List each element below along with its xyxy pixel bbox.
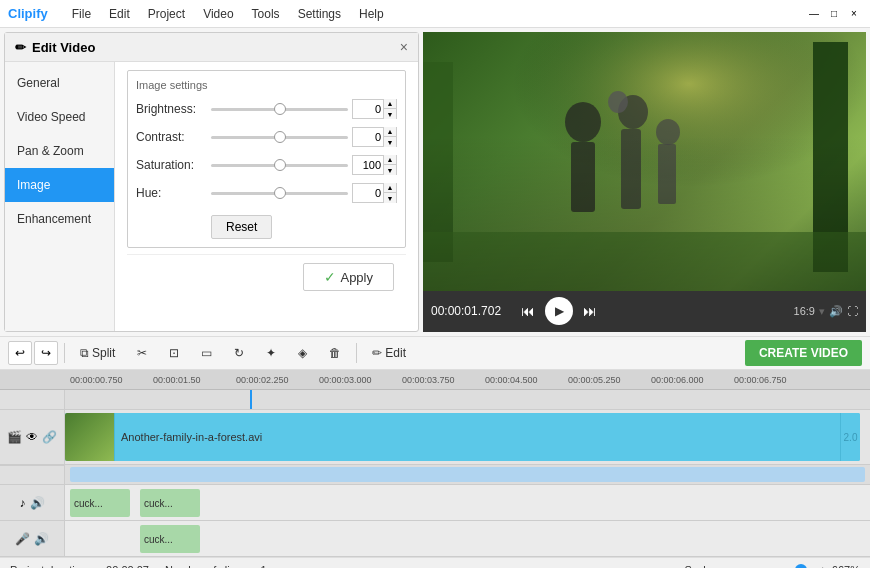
ruler-6: 00:00:05.250 [568, 375, 621, 385]
sidebar: General Video Speed Pan & Zoom Image Enh… [5, 62, 115, 331]
saturation-value: 100 [353, 159, 383, 171]
split-label: Split [92, 346, 115, 360]
clip-thumbnail [65, 413, 115, 461]
menu-settings[interactable]: Settings [290, 5, 349, 23]
rotate-button[interactable]: ↻ [225, 342, 253, 364]
hue-label: Hue: [136, 186, 211, 200]
preview-video [423, 32, 866, 291]
audio-clip-3[interactable]: cuck... [140, 525, 200, 553]
hue-slider-container [211, 192, 348, 195]
hue-up[interactable]: ▲ [384, 183, 396, 193]
saturation-slider[interactable] [211, 164, 348, 167]
timeline-ruler: 00:00:00.750 00:00:01.50 00:00:02.250 00… [0, 370, 870, 390]
saturation-row: Saturation: 100 ▲ ▼ [136, 155, 397, 175]
fullscreen-icon[interactable]: ⛶ [847, 305, 858, 317]
minimize-button[interactable]: — [806, 6, 822, 22]
hue-value: 0 [353, 187, 383, 199]
voice-volume-icon[interactable]: 🔊 [34, 532, 49, 546]
prev-frame-button[interactable]: ⏮ [517, 301, 539, 321]
sidebar-item-image[interactable]: Image [5, 168, 114, 202]
contrast-down[interactable]: ▼ [384, 137, 396, 147]
panel-close-button[interactable]: × [400, 39, 408, 55]
music-volume-icon[interactable]: 🔊 [30, 496, 45, 510]
contrast-spinner: ▲ ▼ [383, 127, 396, 147]
play-button[interactable]: ▶ [545, 297, 573, 325]
cut-button[interactable]: ✂ [128, 342, 156, 364]
create-video-button[interactable]: CREATE VIDEO [745, 340, 862, 366]
clip-thumb-right: 2.0 [840, 413, 860, 461]
scale-plus-icon[interactable]: + [819, 564, 825, 569]
contrast-up[interactable]: ▲ [384, 127, 396, 137]
ruler-8: 00:00:06.750 [734, 375, 787, 385]
audio-clip-2[interactable]: cuck... [140, 489, 200, 517]
saturation-label: Saturation: [136, 158, 211, 172]
svg-rect-2 [813, 42, 848, 272]
ruler-7: 00:00:06.000 [651, 375, 704, 385]
color-button[interactable]: ◈ [289, 342, 316, 364]
video-clip[interactable]: Another-family-in-a-forest.avi 2.0 [65, 413, 860, 461]
crop-button[interactable]: ⊡ [160, 342, 188, 364]
split-icon: ⧉ [80, 346, 89, 360]
edit-panel-header: ✏ Edit Video × [5, 33, 418, 62]
project-duration-value: 00:00:07 [106, 564, 149, 569]
track-label-waveform [0, 465, 64, 485]
scale-label: Scale: [684, 564, 715, 569]
brightness-spinner: ▲ ▼ [383, 99, 396, 119]
hue-down[interactable]: ▼ [384, 193, 396, 203]
title-controls: — □ × [806, 6, 862, 22]
menu-video[interactable]: Video [195, 5, 241, 23]
track-label-voice: 🎤 🔊 [0, 521, 64, 557]
eye-icon[interactable]: 👁 [26, 430, 38, 444]
playhead[interactable] [250, 390, 252, 409]
link-icon[interactable]: 🔗 [42, 430, 57, 444]
edit-icon: ✏ [15, 40, 26, 55]
menu-help[interactable]: Help [351, 5, 392, 23]
scale-value: 667% [832, 564, 860, 569]
edit-button[interactable]: ✏ Edit [363, 342, 415, 364]
main-area: ✏ Edit Video × General Video Speed Pan &… [0, 28, 870, 336]
close-button[interactable]: × [846, 6, 862, 22]
hue-slider[interactable] [211, 192, 348, 195]
brightness-up[interactable]: ▲ [384, 99, 396, 109]
brightness-down[interactable]: ▼ [384, 109, 396, 119]
redo-button[interactable]: ↪ [34, 341, 58, 365]
aspect-ratio-label: 16:9 [794, 305, 815, 317]
menu-project[interactable]: Project [140, 5, 193, 23]
image-section-box: Image settings Brightness: 0 ▲ ▼ [127, 70, 406, 248]
scale-minus-icon[interactable]: − [721, 564, 727, 569]
effects-button[interactable]: ✦ [257, 342, 285, 364]
maximize-button[interactable]: □ [826, 6, 842, 22]
delete-button[interactable]: 🗑 [320, 342, 350, 364]
menu-tools[interactable]: Tools [244, 5, 288, 23]
next-frame-button[interactable]: ⏭ [579, 301, 601, 321]
brightness-slider[interactable] [211, 108, 348, 111]
timeline-content: 🎬 👁 🔗 ♪ 🔊 🎤 🔊 [0, 390, 870, 557]
undo-button[interactable]: ↩ [8, 341, 32, 365]
menu-edit[interactable]: Edit [101, 5, 138, 23]
audio-clip-1[interactable]: cuck... [70, 489, 130, 517]
ruler-3: 00:00:03.000 [319, 375, 372, 385]
contrast-label: Contrast: [136, 130, 211, 144]
volume-icon[interactable]: 🔊 [829, 305, 843, 318]
contrast-slider[interactable] [211, 136, 348, 139]
contrast-slider-container [211, 136, 348, 139]
apply-button[interactable]: ✓ Apply [303, 263, 394, 291]
brightness-row: Brightness: 0 ▲ ▼ [136, 99, 397, 119]
split-button[interactable]: ⧉ Split [71, 342, 124, 364]
sidebar-item-general[interactable]: General [5, 66, 114, 100]
contrast-row: Contrast: 0 ▲ ▼ [136, 127, 397, 147]
timeline-tracks-area[interactable]: Another-family-in-a-forest.avi 2.0 cuck.… [65, 390, 870, 557]
timeline-tracks-left: 🎬 👁 🔗 ♪ 🔊 🎤 🔊 [0, 390, 65, 557]
app-logo: Clipify [8, 6, 48, 21]
edit-panel-body: General Video Speed Pan & Zoom Image Enh… [5, 62, 418, 331]
sidebar-item-enhancement[interactable]: Enhancement [5, 202, 114, 236]
sidebar-item-pan-zoom[interactable]: Pan & Zoom [5, 134, 114, 168]
sidebar-item-video-speed[interactable]: Video Speed [5, 100, 114, 134]
saturation-up[interactable]: ▲ [384, 155, 396, 165]
saturation-down[interactable]: ▼ [384, 165, 396, 175]
ruler-4: 00:00:03.750 [402, 375, 455, 385]
trim-button[interactable]: ▭ [192, 342, 221, 364]
edit-icon-toolbar: ✏ [372, 346, 382, 360]
reset-button[interactable]: Reset [211, 215, 272, 239]
menu-file[interactable]: File [64, 5, 99, 23]
